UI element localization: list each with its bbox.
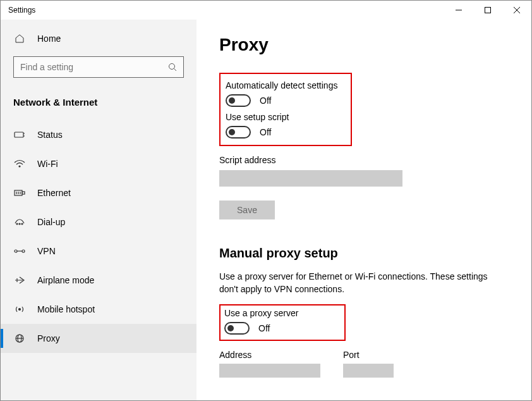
- highlight-proxy-section: Use a proxy server Off: [219, 304, 346, 341]
- main-content: Proxy Automatically detect settings Off …: [196, 20, 531, 400]
- sidebar-item-hotspot[interactable]: Mobile hotspot: [1, 295, 196, 324]
- svg-point-19: [22, 250, 25, 252]
- maximize-button[interactable]: [473, 1, 502, 20]
- search-box[interactable]: [13, 56, 184, 78]
- sidebar-item-vpn[interactable]: VPN: [1, 237, 196, 266]
- sidebar: Home Network & Internet Statu: [1, 20, 196, 400]
- sidebar-item-label: Wi-Fi: [37, 159, 58, 169]
- svg-point-21: [19, 309, 21, 311]
- page-title: Proxy: [219, 35, 509, 55]
- port-input: [343, 364, 394, 378]
- svg-rect-1: [485, 8, 491, 13]
- svg-point-9: [19, 166, 20, 167]
- svg-line-5: [174, 69, 177, 71]
- category-title: Network & Internet: [1, 84, 196, 116]
- sidebar-item-label: Mobile hotspot: [37, 304, 95, 314]
- svg-point-18: [15, 250, 17, 252]
- window-controls: [444, 1, 531, 20]
- auto-detect-toggle[interactable]: [226, 94, 251, 107]
- setup-script-label: Use setup script: [226, 112, 346, 122]
- ethernet-icon: [13, 188, 26, 197]
- status-icon: [13, 130, 26, 139]
- sidebar-item-proxy[interactable]: Proxy: [1, 324, 196, 353]
- auto-detect-status: Off: [260, 96, 271, 106]
- address-input: [219, 364, 320, 378]
- search-icon: [162, 63, 183, 71]
- use-proxy-status: Off: [258, 323, 270, 333]
- manual-setup-heading: Manual proxy setup: [219, 246, 509, 261]
- sidebar-item-label: Proxy: [37, 333, 60, 343]
- save-button: Save: [219, 200, 275, 219]
- minimize-button[interactable]: [444, 1, 473, 20]
- svg-rect-11: [22, 192, 25, 194]
- svg-point-4: [169, 64, 175, 70]
- home-label: Home: [37, 34, 61, 44]
- search-input[interactable]: [14, 62, 162, 72]
- use-proxy-toggle[interactable]: [224, 322, 250, 335]
- svg-point-16: [19, 223, 20, 225]
- sidebar-item-label: Ethernet: [37, 188, 71, 198]
- sidebar-item-label: Dial-up: [37, 217, 65, 227]
- vpn-icon: [13, 247, 26, 256]
- airplane-icon: [13, 276, 26, 285]
- hotspot-icon: [13, 305, 26, 314]
- manual-setup-desc: Use a proxy server for Ethernet or Wi-Fi…: [219, 271, 497, 295]
- sidebar-item-status[interactable]: Status: [1, 120, 196, 149]
- port-label: Port: [343, 350, 394, 360]
- sidebar-item-label: Status: [37, 130, 63, 140]
- titlebar: Settings: [1, 1, 531, 20]
- home-nav[interactable]: Home: [1, 27, 196, 50]
- use-proxy-label: Use a proxy server: [224, 308, 341, 318]
- sidebar-item-ethernet[interactable]: Ethernet: [1, 178, 196, 207]
- wifi-icon: [13, 159, 26, 168]
- dialup-icon: [13, 218, 26, 226]
- proxy-icon: [13, 334, 26, 343]
- nav-list: Status Wi-Fi Ethernet: [1, 120, 196, 353]
- address-label: Address: [219, 350, 320, 360]
- close-button[interactable]: [502, 1, 531, 20]
- sidebar-item-label: Airplane mode: [37, 275, 94, 285]
- highlight-auto-section: Automatically detect settings Off Use se…: [219, 73, 352, 146]
- svg-point-15: [16, 223, 18, 225]
- setup-script-toggle[interactable]: [226, 126, 251, 139]
- svg-point-17: [21, 223, 23, 225]
- svg-rect-6: [15, 132, 23, 137]
- setup-script-status: Off: [260, 127, 271, 137]
- window-title: Settings: [8, 6, 35, 15]
- sidebar-item-airplane[interactable]: Airplane mode: [1, 266, 196, 295]
- sidebar-item-label: VPN: [37, 246, 56, 256]
- script-address-input: [219, 170, 402, 187]
- sidebar-item-dialup[interactable]: Dial-up: [1, 207, 196, 237]
- script-address-label: Script address: [219, 155, 509, 165]
- sidebar-item-wifi[interactable]: Wi-Fi: [1, 149, 196, 178]
- auto-detect-label: Automatically detect settings: [226, 80, 346, 90]
- home-icon: [13, 34, 26, 44]
